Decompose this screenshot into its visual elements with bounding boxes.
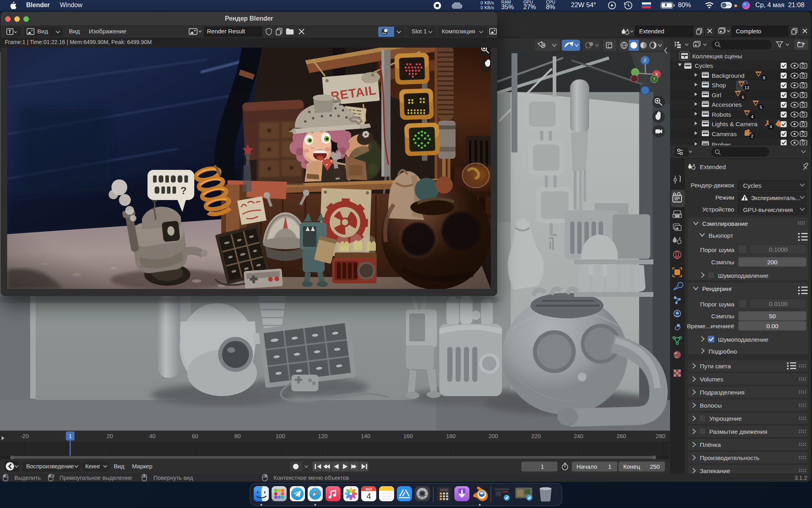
svg-text:Плёнка: Плёнка (700, 441, 721, 448)
svg-text:Повернуть вид: Повернуть вид (153, 475, 193, 481)
svg-text:200: 200 (488, 433, 498, 439)
svg-text:60: 60 (192, 433, 198, 439)
svg-text:280: 280 (656, 433, 665, 439)
svg-text:100: 100 (276, 433, 285, 439)
svg-text:Кеинг: Кеинг (85, 463, 100, 470)
svg-text:Производительность: Производительность (700, 454, 759, 461)
svg-text:Robots: Robots (712, 111, 731, 118)
svg-text:2: 2 (751, 134, 753, 139)
svg-text:1: 1 (69, 433, 72, 439)
svg-text:Шумоподавление: Шумоподавление (718, 336, 768, 343)
svg-text:160: 160 (403, 433, 413, 439)
svg-text:Време...ичениеё: Време...ичениеё (687, 323, 734, 329)
svg-text:4: 4 (751, 114, 753, 119)
svg-text:Сэмплирование: Сэмплирование (702, 220, 748, 227)
svg-text:Y: Y (653, 77, 656, 81)
svg-text:Сэмплы: Сэмплы (711, 259, 734, 266)
svg-text:-20: -20 (21, 433, 29, 439)
svg-text:Размытие движения: Размытие движения (709, 428, 767, 435)
svg-text:0.0100: 0.0100 (769, 300, 788, 307)
svg-text:Рендер-движок: Рендер-движок (691, 182, 734, 189)
svg-text:Конец: Конец (623, 463, 640, 470)
svg-text:1: 1 (608, 463, 611, 470)
svg-text:180: 180 (446, 433, 456, 439)
svg-text:4: 4 (366, 491, 371, 500)
svg-text:4: 4 (770, 124, 772, 129)
svg-text:Вьюпорт: Вьюпорт (709, 232, 733, 239)
svg-text:Extended: Extended (700, 164, 726, 170)
svg-text:Воспроизведение: Воспроизведение (26, 463, 74, 470)
svg-text:120: 120 (318, 433, 327, 439)
svg-text:МАЙ: МАЙ (366, 487, 372, 491)
svg-text:Коллекция сцены: Коллекция сцены (692, 53, 742, 60)
svg-text:Начало: Начало (576, 463, 597, 470)
svg-text:0.00: 0.00 (766, 323, 779, 329)
svg-text:Z: Z (644, 58, 647, 63)
svg-text:Прямоугольное выделение: Прямоугольное выделение (59, 475, 132, 481)
svg-text:Режим: Режим (715, 194, 734, 201)
svg-text:Сэмплы: Сэмплы (711, 313, 734, 319)
svg-text:8: 8 (763, 75, 765, 80)
svg-text:20: 20 (107, 433, 113, 439)
svg-text:Подразделения: Подразделения (700, 389, 745, 396)
svg-text:Контекстное меню объектов: Контекстное меню объектов (274, 475, 349, 481)
svg-text:Упрощение: Упрощение (709, 415, 742, 422)
svg-text:Шумоподавление: Шумоподавление (718, 272, 768, 279)
svg-text:3.1.2: 3.1.2 (795, 475, 807, 481)
svg-text:6: 6 (742, 95, 744, 100)
svg-text:Cameras: Cameras (712, 131, 737, 137)
svg-text:250: 250 (650, 463, 660, 470)
svg-text:13: 13 (745, 85, 749, 90)
svg-text:Маркер: Маркер (132, 463, 152, 470)
svg-text:240: 240 (574, 433, 583, 439)
svg-text:200: 200 (767, 259, 778, 266)
svg-text:Cycles: Cycles (695, 62, 713, 69)
svg-text:Shop: Shop (712, 82, 726, 89)
svg-text:5: 5 (760, 105, 762, 110)
svg-text:260: 260 (617, 433, 626, 439)
svg-text:50: 50 (769, 313, 776, 319)
svg-text:GPU-вычисления: GPU-вычисления (743, 206, 793, 213)
svg-text:Volumes: Volumes (700, 376, 724, 383)
svg-text:Порог шума: Порог шума (700, 301, 735, 308)
svg-text:Подробно: Подробно (709, 348, 737, 355)
svg-text:Cycles: Cycles (743, 182, 762, 189)
svg-text:140: 140 (361, 433, 370, 439)
svg-text:Background: Background (712, 72, 745, 79)
svg-text:Запекание: Запекание (700, 468, 730, 473)
svg-text:Пути света: Пути света (700, 363, 731, 369)
svg-text:1: 1 (541, 463, 544, 470)
svg-text:Волосы: Волосы (700, 402, 722, 409)
svg-text:80: 80 (234, 433, 241, 439)
svg-text:40: 40 (149, 433, 155, 439)
svg-text:Accesories: Accesories (712, 101, 742, 108)
svg-text:0.1000: 0.1000 (769, 246, 788, 253)
svg-text:220: 220 (531, 433, 541, 439)
svg-text:T: T (8, 29, 11, 35)
svg-text:Выделить: Выделить (14, 475, 41, 481)
svg-text:Рендеринг: Рендеринг (702, 285, 732, 292)
svg-text:Вид: Вид (114, 463, 124, 470)
svg-text:Устройство: Устройство (702, 206, 734, 213)
svg-text:Lights & Camera: Lights & Camera (712, 121, 758, 127)
svg-text:Порог шума: Порог шума (700, 246, 735, 253)
svg-text:Эксперименталь...: Эксперименталь... (751, 195, 801, 201)
svg-text:Girl: Girl (712, 92, 721, 98)
